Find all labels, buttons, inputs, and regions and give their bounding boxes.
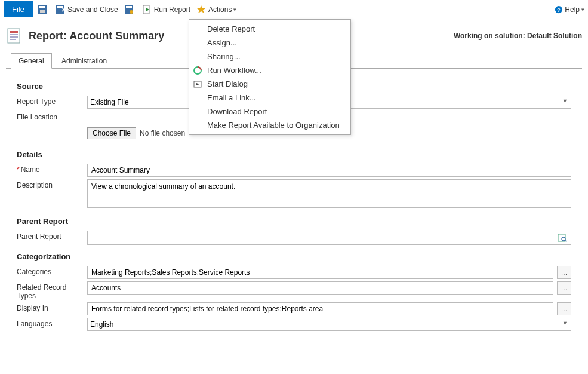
parent-report-lookup-button[interactable] [554, 231, 571, 244]
toolbar: File Save and Close Run Report Actions ▾… [0, 0, 588, 19]
svg-rect-6 [126, 6, 132, 8]
svg-rect-17 [10, 31, 18, 33]
menu-item-run-workflow[interactable]: Run Workflow... [189, 63, 350, 77]
help-label: Help [565, 5, 580, 14]
save-as-button[interactable] [124, 5, 136, 14]
report-type-label: Report Type [17, 96, 87, 106]
tab-administration[interactable]: Administration [54, 53, 115, 68]
menu-item-assign[interactable]: Assign... [189, 36, 350, 50]
description-label: Description [17, 179, 87, 189]
no-file-text: No file chosen [140, 129, 185, 137]
svg-marker-10 [197, 5, 205, 13]
display-in-label: Display In [17, 302, 87, 312]
section-categorization: Categorization [17, 252, 571, 261]
svg-rect-20 [10, 39, 16, 40]
display-in-input[interactable] [87, 302, 553, 315]
save-and-close-button[interactable]: Save and Close [56, 5, 118, 14]
save-as-icon [124, 5, 134, 14]
save-close-icon [56, 5, 65, 14]
menu-item-download-report[interactable]: Download Report [189, 105, 350, 118]
run-report-icon [142, 5, 152, 14]
parent-report-input[interactable] [88, 231, 554, 244]
svg-text:?: ? [558, 6, 561, 13]
page-title: Report: Account Summary [29, 30, 164, 42]
workflow-icon [193, 66, 202, 75]
dropdown-arrow-icon: ▾ [233, 7, 236, 13]
dialog-icon [193, 79, 202, 89]
file-menu-button[interactable]: File [4, 1, 33, 17]
save-close-label: Save and Close [67, 5, 118, 14]
categories-ellipsis-button[interactable]: … [557, 266, 571, 279]
svg-rect-1 [39, 6, 45, 8]
save-button[interactable] [38, 5, 50, 14]
dropdown-arrow-icon: ▾ [581, 7, 584, 13]
name-label: Name [17, 164, 87, 174]
menu-item-start-dialog[interactable]: Start Dialog [189, 77, 350, 91]
section-details: Details [17, 150, 571, 159]
svg-rect-16 [8, 29, 20, 43]
run-report-button[interactable]: Run Report [142, 5, 190, 14]
lookup-icon [558, 234, 567, 242]
tab-general[interactable]: General [11, 53, 52, 69]
actions-dropdown-menu: Delete Report Assign... Sharing... Run W… [189, 19, 351, 135]
file-location-label: File Location [17, 111, 87, 121]
display-in-ellipsis-button[interactable]: … [557, 302, 571, 315]
solution-context: Working on solution: Default Solution [454, 32, 582, 40]
related-record-types-label: Related Record Types [17, 281, 87, 300]
name-input[interactable] [87, 164, 571, 177]
actions-icon [196, 5, 206, 14]
svg-rect-19 [10, 36, 18, 38]
svg-rect-18 [10, 34, 18, 35]
parent-report-label: Parent Report [17, 231, 87, 241]
help-button[interactable]: ? Help ▾ [555, 5, 584, 14]
related-record-types-input[interactable] [87, 281, 553, 295]
categories-label: Categories [17, 266, 87, 276]
languages-select[interactable]: English [87, 318, 571, 331]
svg-point-7 [130, 10, 133, 14]
menu-item-sharing[interactable]: Sharing... [189, 50, 350, 63]
svg-rect-2 [40, 10, 45, 13]
related-ellipsis-button[interactable]: … [557, 281, 571, 295]
help-icon: ? [555, 5, 563, 14]
description-input[interactable]: View a chronological summary of an accou… [87, 179, 571, 208]
report-doc-icon [6, 27, 23, 44]
actions-label: Actions [208, 5, 232, 14]
categories-input[interactable] [87, 266, 553, 279]
save-icon [38, 5, 47, 14]
choose-file-button[interactable]: Choose File [87, 127, 136, 139]
section-parent-report: Parent Report [17, 217, 571, 226]
actions-menu-button[interactable]: Actions ▾ [196, 5, 236, 14]
menu-item-delete-report[interactable]: Delete Report [189, 22, 350, 36]
menu-item-email-link[interactable]: Email a Link... [189, 91, 350, 105]
run-report-label: Run Report [154, 5, 190, 14]
languages-label: Languages [17, 318, 87, 328]
menu-item-make-available[interactable]: Make Report Available to Organization [189, 118, 350, 132]
